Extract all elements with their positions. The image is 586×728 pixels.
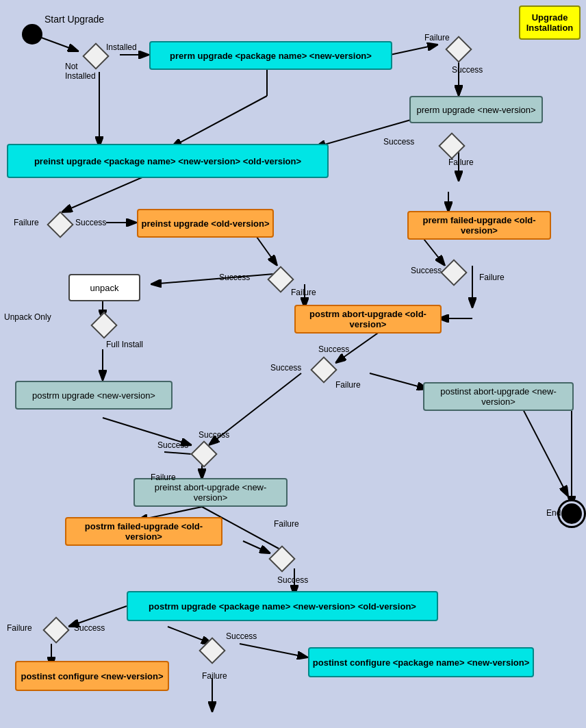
- label-full-install: Full Install: [106, 340, 143, 349]
- postrm-upgrade-new-box: postrm upgrade <new-version>: [15, 381, 173, 410]
- label-not-installed: Not Installed: [65, 62, 96, 81]
- prerm-upgrade-new-box: prerm upgrade <new-version>: [409, 96, 543, 123]
- label-success-postrm-abort: Success: [270, 363, 301, 373]
- label-success-d6: Success: [277, 575, 308, 585]
- start-circle: [22, 24, 42, 45]
- postrm-failed-box: postrm failed-upgrade <old-version>: [65, 517, 222, 546]
- label-success-prerm-failed: Success: [411, 266, 442, 275]
- diagram-container: Start Upgrade Upgrade Installation Insta…: [0, 0, 586, 728]
- label-success-prerm-new: Success: [383, 137, 414, 147]
- unpack-box: unpack: [68, 274, 140, 301]
- postrm-upgrade-pkg-box: postrm upgrade <package name> <new-versi…: [127, 591, 438, 621]
- upgrade-installation-box: Upgrade Installation: [519, 5, 581, 40]
- diamond-top-right: [445, 36, 472, 63]
- diamond-preinst: [47, 211, 74, 238]
- postinst-configure-pkg-box: postinst configure <package name> <new-v…: [308, 647, 534, 677]
- diamond-postrm-abort: [310, 356, 337, 384]
- label-success-d5: Success: [199, 430, 229, 440]
- label-success-unpack: Success: [219, 273, 250, 282]
- label-failure-prerm-failed: Failure: [479, 273, 505, 282]
- label-success-left: Success: [74, 623, 105, 633]
- diamond6: [268, 545, 296, 573]
- label-success-postinst: Success: [226, 631, 257, 641]
- label-success-top-right: Success: [452, 65, 483, 75]
- preinst-upgrade-pkg-box: preinst upgrade <package name> <new-vers…: [7, 144, 329, 178]
- diamond-prerm-failed-right: [440, 259, 468, 286]
- prerm-failed-box: prerm failed-upgrade <old-version>: [407, 211, 551, 240]
- svg-line-37: [240, 644, 308, 657]
- label-failure-left: Failure: [7, 623, 32, 633]
- label-installed: Installed: [106, 42, 137, 52]
- label-failure-d5: Failure: [151, 473, 176, 482]
- label-success-d5b: Success: [157, 440, 188, 450]
- diamond-postinst: [199, 637, 226, 664]
- end-label: End: [546, 508, 561, 518]
- diamond-unpack: [267, 266, 294, 293]
- label-failure-preinst: Failure: [14, 218, 39, 227]
- svg-line-10: [171, 96, 267, 147]
- svg-line-31: [243, 541, 270, 553]
- preinst-upgrade-old-box: preinst upgrade <old-version>: [137, 209, 274, 238]
- label-failure-prerm-new: Failure: [448, 158, 474, 167]
- preinst-abort-box: preinst abort-upgrade <new-version>: [133, 478, 288, 507]
- label-unpack-only: Unpack Only: [4, 312, 51, 322]
- label-failure-postrm-abort: Failure: [335, 380, 361, 390]
- start-label: Start Upgrade: [44, 14, 104, 25]
- label-failure-postinst: Failure: [202, 671, 227, 681]
- svg-line-5: [390, 45, 438, 55]
- diamond-left-bottom: [42, 616, 70, 644]
- label-failure-d6: Failure: [274, 519, 299, 529]
- prerm-upgrade-pkg-box: prerm upgrade <package name> <new-versio…: [149, 41, 392, 70]
- svg-line-21: [370, 373, 428, 389]
- diamond-prerm-new: [438, 132, 466, 160]
- postrm-abort-box: postrm abort-upgrade <old-version>: [294, 305, 442, 334]
- svg-line-14: [151, 274, 274, 284]
- postinst-abort-box: postinst abort-upgrade <new-version>: [423, 382, 574, 411]
- end-circle: [561, 503, 582, 524]
- svg-line-22: [520, 404, 568, 497]
- diamond5: [190, 440, 218, 468]
- label-success-preinst: Success: [75, 218, 106, 227]
- diamond-unpack-only: [90, 312, 118, 339]
- postinst-configure-new-box: postinst configure <new-version>: [15, 661, 169, 691]
- label-failure-unpack: Failure: [291, 288, 316, 297]
- label-success-postrm: Success: [318, 344, 349, 354]
